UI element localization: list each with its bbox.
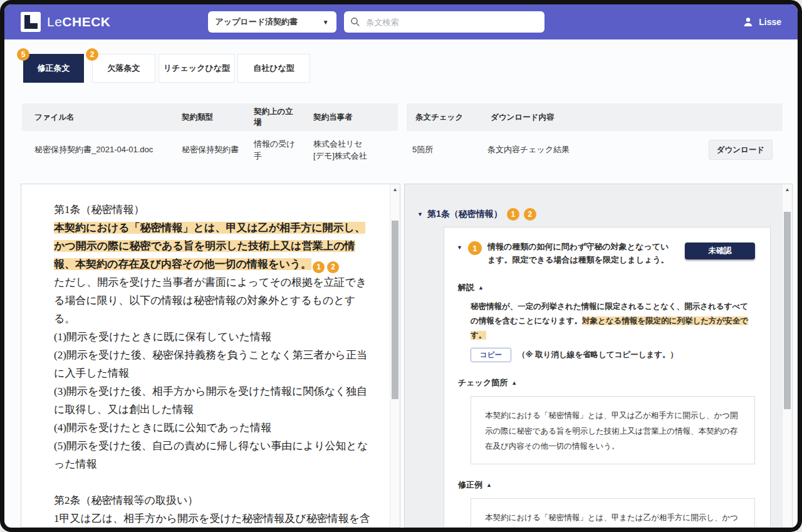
text-segment: 第2条（秘密情報等の取扱い） xyxy=(54,494,198,506)
kaisetsu-text: 秘密情報が、一定の列挙された情報に限定されることなく、開示されるすべての情報を含… xyxy=(471,300,755,343)
text-segment: (1)開示を受けたときに既に保有していた情報 xyxy=(54,331,271,343)
fix-section-header[interactable]: 修正例 ▲ xyxy=(458,479,755,491)
review-scrollbar[interactable]: ▲ xyxy=(782,184,792,527)
text-segment: (3)開示を受けた後、相手方から開示を受けた情報に関係なく独自に取得し、又は創出… xyxy=(54,385,367,415)
text-segment: 第1条（秘密情報） xyxy=(54,204,145,216)
document-paragraph: (3)開示を受けた後、相手方から開示を受けた情報に関係なく独自に取得し、又は創出… xyxy=(54,382,372,419)
download-content: 条文内容チェック結果 xyxy=(479,143,617,156)
document-paragraph: ただし、開示を受けた当事者が書面によってその根拠を立証できる場合に限り、以下の情… xyxy=(54,273,372,328)
check-quote-box: 本契約における「秘密情報」とは、甲又は乙が相手方に開示し、かつ開示の際に秘密であ… xyxy=(471,396,755,464)
collapse-up-icon: ▲ xyxy=(478,284,484,291)
tab-own-template[interactable]: 自社ひな型 xyxy=(237,54,310,83)
inline-issue-badge[interactable]: 1 xyxy=(313,261,325,273)
app-window: LeCHECK アップロード済契約書 ▼ Lisse 修正条文 5 欠落条文 2… xyxy=(0,0,802,532)
document-paragraph: 1甲又は乙は、相手方から開示を受けた秘密情報及び秘密情報を含む記録媒体若しくは物… xyxy=(54,509,372,527)
column-contract-position: 契約上の立場 xyxy=(241,107,301,128)
fix-text: 本契約における「秘密情報」とは、甲または乙が相手方に開示し、かつ開示の際に秘密で… xyxy=(485,510,742,528)
result-tabs: 修正条文 5 欠落条文 2 リチェックひな型 自社ひな型 xyxy=(4,54,798,83)
file-table-header-right: 条文チェック ダウンロード内容 xyxy=(407,103,783,131)
tab-label: 自社ひな型 xyxy=(253,63,294,74)
contract-type-dropdown[interactable]: アップロード済契約書 ▼ xyxy=(208,11,336,33)
clause-check-count: 5箇所 xyxy=(404,143,479,156)
clause-check-panel: ▼ 第1条（秘密情報） 1 2 ▼ 1 情報の種類の如何に問わず守秘の対象となっ… xyxy=(404,184,793,528)
text-segment: ただし、開示を受けた当事者が書面によってその根拠を立証できる場合に限り、以下の情… xyxy=(54,276,367,325)
column-contract-parties: 契約当事者 xyxy=(301,112,395,123)
download-button[interactable]: ダウンロード xyxy=(709,140,773,160)
party-1: 株式会社リセ xyxy=(313,138,395,150)
issue-badge-1[interactable]: 1 xyxy=(507,208,519,221)
contract-parties: 株式会社リセ [デモ]株式会社 xyxy=(301,138,395,162)
scrollbar-thumb[interactable] xyxy=(392,221,398,399)
issue-card: ▼ 1 情報の種類の如何に問わず守秘の対象となっています。限定できる場合は種類を… xyxy=(444,227,771,528)
contract-type-dropdown-value: アップロード済契約書 xyxy=(216,16,323,28)
article-header: ▼ 第1条（秘密情報） 1 2 xyxy=(417,208,536,221)
brand-logo: LeCHECK xyxy=(21,12,111,32)
issue-summary-row: ▼ 1 情報の種類の如何に問わず守秘の対象となっています。限定できる場合は種類を… xyxy=(457,240,755,267)
document-scrollbar[interactable]: ▲ xyxy=(390,184,400,527)
tab-label: 欠落条文 xyxy=(108,63,140,74)
collapse-up-icon: ▲ xyxy=(486,482,492,488)
lecheck-logo-icon xyxy=(21,12,41,32)
text-segment: (4)開示を受けたときに既に公知であった情報 xyxy=(54,422,271,434)
tab-corrected-clauses[interactable]: 修正条文 5 xyxy=(23,54,84,83)
check-section-header[interactable]: チェック箇所 ▲ xyxy=(458,377,755,389)
check-text: 本契約における「秘密情報」とは、甲又は乙が相手方に開示し、かつ開示の際に秘密であ… xyxy=(485,408,742,454)
inline-issue-badge[interactable]: 2 xyxy=(327,261,339,273)
document-paragraph: (2)開示を受けた後、秘密保持義務を負うことなく第三者から正当に入手した情報 xyxy=(54,346,372,382)
fix-quote-box: 本契約における「秘密情報」とは、甲または乙が相手方に開示し、かつ開示の際に秘密で… xyxy=(471,498,755,528)
article-title: 第1条（秘密情報） xyxy=(427,209,503,220)
document-paragraph: (5)開示を受けた後、自己の責めに帰し得ない事由により公知となった情報 xyxy=(54,437,372,473)
column-file-name: ファイル名 xyxy=(22,112,169,123)
chevron-down-icon: ▼ xyxy=(323,19,329,26)
brand-name-le: Le xyxy=(47,14,62,29)
search-input[interactable] xyxy=(365,17,538,28)
tab-label: 修正条文 xyxy=(38,63,70,74)
contract-document-text: 第1条（秘密情報）本契約における「秘密情報」とは、甲又は乙が相手方に開示し、かつ… xyxy=(21,184,390,527)
contract-document-panel: 第1条（秘密情報）本契約における「秘密情報」とは、甲又は乙が相手方に開示し、かつ… xyxy=(21,184,400,528)
search-box[interactable] xyxy=(344,11,544,33)
user-name: Lisse xyxy=(759,17,781,27)
copy-button[interactable]: コピー xyxy=(471,348,511,362)
check-heading: チェック箇所 xyxy=(458,377,508,389)
issue-number-badge: 1 xyxy=(468,241,482,255)
brand-name: LeCHECK xyxy=(47,14,111,29)
kaisetsu-section-header[interactable]: 解説 ▲ xyxy=(458,282,755,293)
tab-recheck-template[interactable]: リチェックひな型 xyxy=(159,54,235,83)
file-table-header-left: ファイル名 契約類型 契約上の立場 契約当事者 xyxy=(22,103,398,131)
document-paragraph: (4)開示を受けたときに既に公知であった情報 xyxy=(54,419,372,437)
column-clause-check: 条文チェック xyxy=(407,112,482,123)
issue-badge-2[interactable]: 2 xyxy=(524,208,536,221)
issue-message: 情報の種類の如何に問わず守秘の対象となっています。限定できる場合は種類を限定しま… xyxy=(487,240,675,267)
status-unconfirmed-button[interactable]: 未確認 xyxy=(685,243,755,259)
user-menu[interactable]: Lisse xyxy=(742,16,781,28)
collapse-up-icon: ▲ xyxy=(511,380,517,386)
kaisetsu-copy-row: コピー （※ 取り消し線を省略してコピーします。） xyxy=(471,348,755,362)
party-2: [デモ]株式会社 xyxy=(313,150,395,162)
text-segment: (2)開示を受けた後、秘密保持義務を負うことなく第三者から正当に入手した情報 xyxy=(54,349,367,379)
column-download-content: ダウンロード内容 xyxy=(482,112,620,123)
file-name: 秘密保持契約書_2021-04-01.doc xyxy=(22,143,169,156)
scroll-up-icon[interactable]: ▲ xyxy=(783,187,792,192)
tab-missing-clauses[interactable]: 欠落条文 2 xyxy=(92,54,155,83)
text-segment: (5)開示を受けた後、自己の責めに帰し得ない事由により公知となった情報 xyxy=(54,440,368,470)
table-row: 秘密保持契約書_2021-04-01.doc 秘密保持契約書 情報の受け手 株式… xyxy=(22,131,783,169)
kaisetsu-heading: 解説 xyxy=(458,282,474,293)
scrollbar-thumb[interactable] xyxy=(784,212,791,409)
document-paragraph: 第2条（秘密情報等の取扱い） xyxy=(54,491,372,509)
document-paragraph: 本契約における「秘密情報」とは、甲又は乙が相手方に開示し、かつ開示の際に秘密であ… xyxy=(54,219,372,273)
copy-note: （※ 取り消し線を省略してコピーします。） xyxy=(518,350,678,360)
search-icon xyxy=(350,17,360,27)
contract-type: 秘密保持契約書 xyxy=(169,143,241,156)
collapse-caret-icon[interactable]: ▼ xyxy=(417,211,423,217)
contract-position: 情報の受け手 xyxy=(241,138,301,162)
scroll-up-icon[interactable]: ▲ xyxy=(390,187,400,192)
text-segment: 本契約における「秘密情報」とは、甲または乙が相手方に開示し、かつ開示の際に秘密で… xyxy=(485,513,738,528)
document-paragraph: (1)開示を受けたときに既に保有していた情報 xyxy=(54,328,372,346)
column-contract-type: 契約類型 xyxy=(169,112,241,123)
collapse-caret-icon[interactable]: ▼ xyxy=(457,244,462,251)
document-paragraph: 第1条（秘密情報） xyxy=(54,201,372,219)
fix-heading: 修正例 xyxy=(458,479,482,491)
brand-name-check: CHECK xyxy=(62,14,110,29)
tab-label: リチェックひな型 xyxy=(164,63,230,74)
text-segment: 1甲又は乙は、相手方から開示を受けた秘密情報及び秘密情報を含む記録媒体若しくは物… xyxy=(54,513,370,527)
